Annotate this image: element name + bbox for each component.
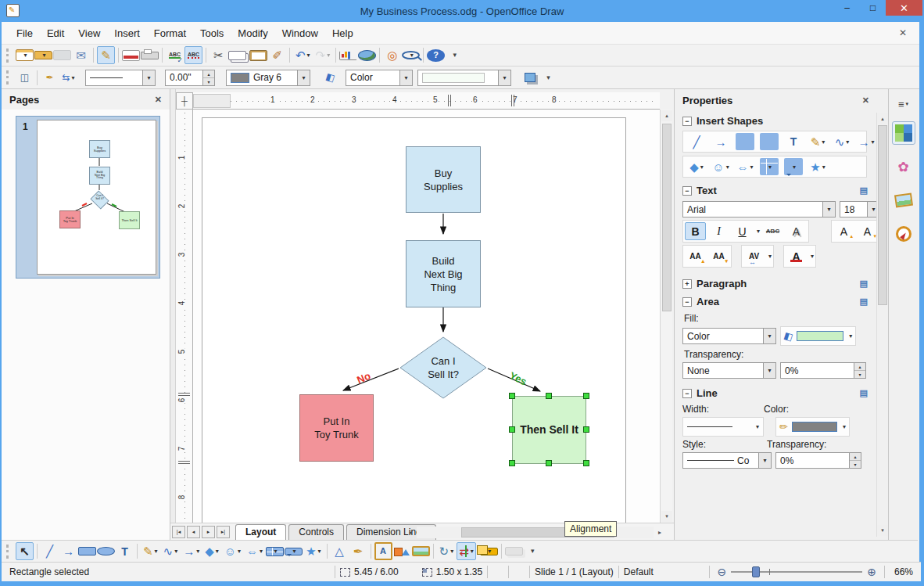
dropdown-arrow[interactable]: ▾ [471,548,474,555]
dropdown-arrow[interactable]: ▾ [756,423,759,430]
dropdown-arrow[interactable]: ▾ [216,548,219,555]
dropdown-arrow[interactable]: ▾ [257,52,260,59]
dropdown-arrow[interactable]: ▾ [843,423,846,430]
styles-and-formatting-icon[interactable]: ◫ [16,69,34,87]
rectangle-icon[interactable] [78,547,96,555]
line-color-combo[interactable]: ✏ ▾ [775,417,850,437]
toolbar-grip[interactable] [6,545,10,559]
dialog-launcher-icon[interactable]: ▤ [860,388,868,398]
dropdown-arrow[interactable]: ▾ [274,548,278,555]
line-width-input[interactable]: 0.00" ▴▾ [165,70,215,86]
dropdown-arrow[interactable]: ▾ [768,253,772,260]
character-spacing-icon[interactable]: AV [743,247,765,265]
undo-icon[interactable]: ↶▾ [293,46,313,64]
stars-icon[interactable]: ★▾ [303,542,323,560]
menu-item[interactable]: Modify [231,24,274,42]
page-style[interactable]: Default [624,566,654,577]
dropdown-arrow[interactable]: ▾ [763,329,775,343]
next-page-button[interactable]: ▸ [202,526,215,538]
help-icon[interactable]: ? [427,49,445,62]
bold-icon[interactable]: B [685,222,706,240]
collapse-icon[interactable]: − [682,389,692,398]
dropdown-arrow[interactable]: ▾ [822,138,825,146]
section-insert-shapes[interactable]: − Insert Shapes [675,111,888,129]
collapse-icon[interactable]: − [682,297,692,307]
toolbar-grip[interactable] [6,49,10,63]
selection-handle-e[interactable] [583,426,589,433]
edit-file-icon[interactable]: ✎ [97,46,115,64]
dropdown-arrow[interactable]: ▾ [327,52,330,59]
selection-handle-ne[interactable] [583,393,589,399]
toolbar-more-icon[interactable]: ▾ [446,46,464,64]
menu-item[interactable]: Tools [193,24,231,42]
dropdown-arrow[interactable]: ▾ [410,52,414,59]
shape-buy-supplies[interactable]: Buy Supplies [406,146,481,213]
print-icon[interactable] [141,52,159,59]
drawing-canvas[interactable]: No Yes Buy Supplies Build Next Big Thing… [193,110,660,523]
email-icon[interactable]: ✉ [72,46,90,64]
uppercase-icon[interactable]: AA [685,247,706,265]
lines-arrows-icon[interactable]: →▾ [181,542,202,560]
basic-shapes-icon[interactable]: ◆▾ [202,542,221,560]
dropdown-arrow[interactable]: ▾ [498,70,510,85]
alignment-icon[interactable]: ⇄▾ [457,542,476,560]
dropdown-arrow[interactable]: ▾ [142,70,155,85]
scrollbar-track[interactable] [417,527,654,538]
scroll-up-icon[interactable]: ▴ [877,113,888,124]
dropdown-arrow[interactable]: ▾ [23,52,27,59]
shape-put-in-toy-trunk[interactable]: Put In Toy Trunk [299,394,374,462]
menu-item[interactable]: Edit [40,24,71,42]
line-icon[interactable]: ╱ [687,133,706,150]
collapse-icon[interactable]: − [682,117,692,126]
flowchart-icon[interactable]: ▾ [266,547,284,556]
dropdown-arrow[interactable]: ▾ [726,164,729,171]
text-icon[interactable]: T [116,542,134,560]
lowercase-icon[interactable]: AA [708,247,729,265]
format-paintbrush-icon[interactable]: ✐ [268,46,286,64]
font-size-select[interactable]: 18 ▾ [840,201,880,218]
dropdown-arrow[interactable]: ▾ [399,70,412,85]
first-page-button[interactable]: |◂ [172,526,185,538]
vertical-scrollbar[interactable]: ▴ ▾ [660,110,672,523]
dropdown-arrow[interactable]: ▾ [822,202,835,217]
from-file-icon[interactable] [393,546,411,556]
spellcheck-icon[interactable]: ABC [166,46,184,64]
zoom-out-icon[interactable]: ⊖ [718,566,727,578]
lines-arrows-icon[interactable]: →▾ [857,133,876,150]
increase-font-size-icon[interactable]: A [833,222,854,240]
ellipse-icon[interactable] [97,547,115,555]
scroll-down-icon[interactable]: ▾ [877,525,888,536]
scroll-down-icon[interactable]: ▾ [661,511,672,522]
new-document-icon[interactable]: ▾ [16,49,34,61]
area-style-icon[interactable]: ◧ [321,69,339,87]
tab-layout[interactable]: Layout [235,524,286,540]
toolbar-more-icon[interactable]: ▾ [524,542,542,560]
spin-up-icon[interactable]: ▴ [203,70,214,78]
maximize-button[interactable]: □ [860,0,886,16]
line-style-select[interactable]: Co ▾ [682,452,772,469]
area-fill-color-combo[interactable]: ◧ ▾ [780,326,856,346]
stars-icon[interactable]: ★▾ [808,158,827,175]
menu-item[interactable]: Help [325,24,360,42]
close-button[interactable]: ✕ [886,0,922,16]
dropdown-arrow[interactable]: ▾ [758,453,771,468]
italic-icon[interactable]: I [708,222,729,240]
transparency-value-input[interactable]: 0% ▴▾ [780,362,866,379]
autospellcheck-icon[interactable]: ABC [184,46,202,64]
menu-item[interactable]: Insert [107,24,147,42]
shadow-icon[interactable] [521,69,539,87]
crop-icon[interactable] [505,547,523,555]
edit-points-icon[interactable]: ✒ [41,69,59,87]
zoom-slider-thumb[interactable] [752,566,760,577]
dropdown-arrow[interactable]: ▾ [768,164,772,171]
freeform-line-icon[interactable]: ✎▾ [141,542,160,560]
scroll-left-icon[interactable]: ◂ [404,527,417,538]
close-icon[interactable]: ✕ [155,95,162,105]
properties-tab-icon[interactable] [892,121,915,145]
dialog-launcher-icon[interactable]: ▤ [860,185,868,196]
section-paragraph[interactable]: + Paragraph ▤ [675,274,888,292]
vertical-ruler[interactable]: 12345678 [176,110,193,523]
gallery-tab-icon[interactable]: ✿ [892,155,915,178]
selection-handle-sw[interactable] [509,460,515,466]
line-icon[interactable]: ╱ [41,542,59,560]
